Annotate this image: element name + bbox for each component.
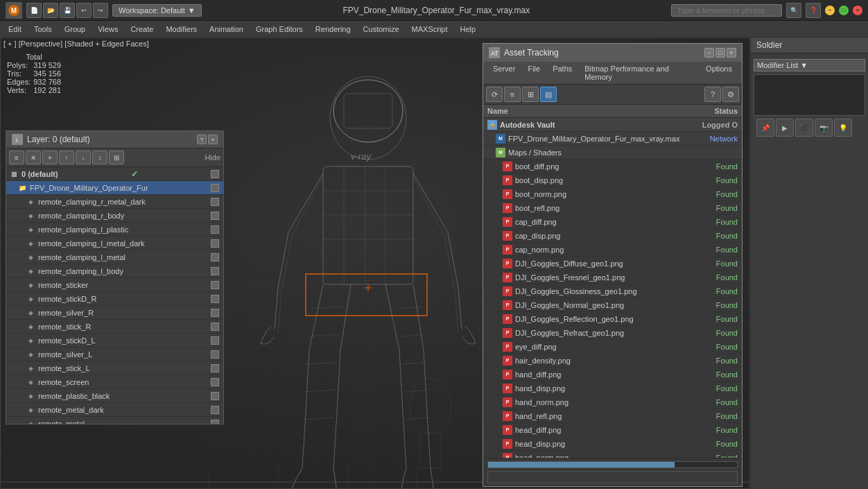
layer-visibility[interactable]: [211, 198, 219, 206]
asset-menu-file[interactable]: File: [522, 63, 546, 83]
asset-row[interactable]: Phand_disp.pngFound: [483, 381, 742, 395]
layer-visibility[interactable]: [211, 170, 219, 178]
layer-up-btn[interactable]: ↑: [59, 151, 74, 164]
layer-visibility[interactable]: [211, 336, 219, 345]
layer-visibility[interactable]: [211, 378, 219, 386]
layer-item[interactable]: ◈remote_screen: [6, 375, 223, 389]
asset-row[interactable]: PDJI_Goggles_Fresnel_geo1.pngFound: [483, 271, 742, 284]
workspace-button[interactable]: Workspace: Default ▼: [112, 4, 202, 17]
save-btn[interactable]: 💾: [60, 3, 75, 18]
layer-visibility[interactable]: [211, 295, 219, 303]
menu-tools[interactable]: Tools: [28, 24, 58, 35]
menu-rendering[interactable]: Rendering: [310, 24, 356, 35]
asset-row[interactable]: Pboot_disp.pngFound: [483, 173, 742, 187]
asset-row[interactable]: Phead_diff.pngFound: [483, 423, 742, 437]
asset-row[interactable]: Peye_diff.pngFound: [483, 340, 742, 354]
asset-row[interactable]: Phead_disp.pngFound: [483, 437, 742, 451]
layer-item[interactable]: ◈remote_clamping_l_metal: [6, 250, 223, 264]
asset-row[interactable]: PDJI_Goggles_Glossiness_geo1.pngFound: [483, 284, 742, 298]
layer-item[interactable]: ◈remote_plastic_black: [6, 389, 223, 403]
asset-min-btn[interactable]: −: [704, 48, 714, 58]
stop-icon[interactable]: ⬛: [795, 119, 813, 137]
asset-row[interactable]: PDJI_Goggles_Diffuse_geo1.pngFound: [483, 257, 742, 271]
asset-row[interactable]: Phead_norm.pngFound: [483, 451, 742, 458]
asset-row[interactable]: PDJI_Goggles_Reflection_geo1.pngFound: [483, 312, 742, 326]
layer-item[interactable]: ◈remote_stick_R: [6, 320, 223, 334]
layer-item[interactable]: ◈remote_sticker: [6, 278, 223, 292]
asset-max-btn[interactable]: □: [715, 48, 725, 58]
search-btn[interactable]: 🔍: [786, 3, 801, 18]
layer-visibility[interactable]: [211, 420, 219, 424]
menu-customize[interactable]: Customize: [358, 24, 405, 35]
play-icon[interactable]: ▶: [776, 119, 794, 137]
layer-visibility[interactable]: [211, 212, 219, 220]
redo-btn[interactable]: ↪: [93, 3, 108, 18]
layer-item[interactable]: ◈remote_silver_L: [6, 348, 223, 361]
layer-add-btn[interactable]: +: [42, 151, 58, 164]
asset-row[interactable]: PDJI_Goggles_Normal_geo1.pngFound: [483, 298, 742, 312]
asset-list-btn[interactable]: ≡: [504, 87, 521, 102]
camera-rp-icon[interactable]: 📷: [815, 119, 833, 137]
menu-animation[interactable]: Animation: [204, 24, 249, 35]
layer-visibility[interactable]: [211, 225, 219, 234]
menu-modifiers[interactable]: Modifiers: [160, 24, 202, 35]
asset-row[interactable]: Pboot_diff.pngFound: [483, 160, 742, 173]
asset-row[interactable]: Phand_norm.pngFound: [483, 395, 742, 409]
layer-down-btn[interactable]: ↓: [76, 151, 91, 164]
asset-row[interactable]: Pboot_norm.pngFound: [483, 187, 742, 201]
layer-menu-btn[interactable]: ≡: [9, 151, 24, 164]
asset-row[interactable]: Pboot_refl.pngFound: [483, 201, 742, 215]
layer-visibility[interactable]: [211, 267, 219, 275]
layer-item[interactable]: ◈remote_clamping_l_plastic: [6, 223, 223, 237]
layer-sort-btn[interactable]: ↕: [92, 151, 107, 164]
layer-item[interactable]: 📁FPV_Drone_Military_Operator_Fur: [6, 181, 223, 195]
layer-item[interactable]: ◈remote_clamping_r_metal_dark: [6, 195, 223, 209]
layer-item[interactable]: ◈remote_stick_L: [6, 361, 223, 375]
asset-grid-btn[interactable]: ⊞: [522, 87, 539, 102]
layer-visibility[interactable]: [211, 184, 219, 192]
layer-visibility[interactable]: [211, 253, 219, 261]
asset-row[interactable]: Pcap_norm.pngFound: [483, 243, 742, 257]
asset-path-btn[interactable]: ⟳: [486, 87, 503, 102]
layer-item[interactable]: ◈remote_clamping_r_body: [6, 209, 223, 223]
asset-table-btn[interactable]: ▤: [540, 87, 557, 102]
open-btn[interactable]: 📂: [43, 3, 58, 18]
asset-row[interactable]: MFPV_Drone_Military_Operator_Fur_max_vra…: [483, 132, 742, 146]
new-btn[interactable]: 📄: [26, 3, 42, 18]
asset-menu-options[interactable]: Options: [700, 63, 738, 83]
menu-edit[interactable]: Edit: [3, 24, 27, 35]
layer-item[interactable]: ◈remote_metal: [6, 417, 223, 424]
layers-list[interactable]: ▦0 (default)✓📁FPV_Drone_Military_Operato…: [6, 167, 223, 424]
asset-help-btn[interactable]: ?: [704, 87, 721, 102]
layer-item[interactable]: ◈remote_clamping_l_metal_dark: [6, 237, 223, 250]
menu-create[interactable]: Create: [125, 24, 159, 35]
panel-close-btn[interactable]: ×: [208, 135, 218, 144]
help-btn[interactable]: ❓: [806, 3, 821, 18]
layer-visibility[interactable]: [211, 309, 219, 317]
asset-row[interactable]: 🔒Autodesk VaultLogged O: [483, 118, 742, 132]
modifier-list-dropdown[interactable]: Modifier List ▼: [754, 59, 865, 71]
asset-row[interactable]: PDJI_Goggles_Refract_geo1.pngFound: [483, 326, 742, 340]
layer-item[interactable]: ◈remote_silver_R: [6, 306, 223, 320]
undo-btn[interactable]: ↩: [76, 3, 92, 18]
layer-delete-btn[interactable]: ✕: [26, 151, 41, 164]
layer-visibility[interactable]: [211, 323, 219, 331]
layer-item[interactable]: ◈remote_clamping_l_body: [6, 264, 223, 278]
layer-item[interactable]: ◈remote_stickD_R: [6, 292, 223, 306]
menu-help[interactable]: Help: [455, 24, 482, 35]
asset-row[interactable]: Pcap_diff.pngFound: [483, 215, 742, 229]
layer-item[interactable]: ◈remote_metal_dark: [6, 403, 223, 417]
asset-row[interactable]: Pcap_disp.pngFound: [483, 229, 742, 243]
minimize-button[interactable]: −: [825, 6, 835, 15]
asset-row[interactable]: Phair_density.pngFound: [483, 354, 742, 368]
layer-visibility[interactable]: [211, 406, 219, 414]
asset-list[interactable]: 🔒Autodesk VaultLogged OMFPV_Drone_Milita…: [483, 118, 742, 458]
search-input[interactable]: [671, 4, 782, 17]
layer-visibility[interactable]: [211, 281, 219, 289]
layer-visibility[interactable]: [211, 239, 219, 248]
layer-visibility[interactable]: [211, 364, 219, 372]
menu-maxscript[interactable]: MAXScript: [406, 24, 453, 35]
asset-menu-server[interactable]: Server: [487, 63, 521, 83]
asset-menu-paths[interactable]: Paths: [547, 63, 578, 83]
asset-row[interactable]: Phand_refl.pngFound: [483, 409, 742, 423]
